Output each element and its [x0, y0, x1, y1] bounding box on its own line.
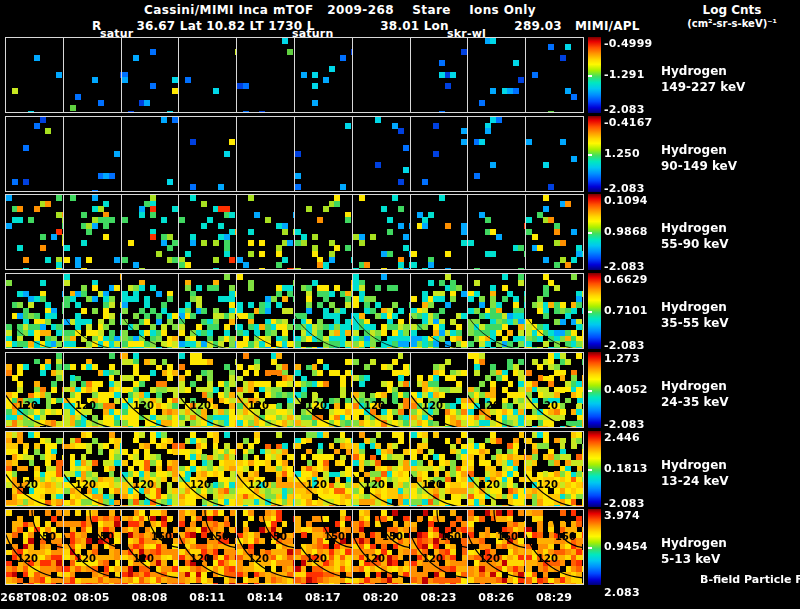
spectrogram-panel — [410, 116, 469, 192]
panel-pixels — [6, 432, 63, 506]
spectrogram-panel — [410, 194, 469, 270]
colorbar-max-label: 0.6629 — [604, 273, 648, 286]
colorbar-min-label: -2.083 — [604, 418, 645, 431]
spectrogram-panel — [525, 194, 584, 270]
colorbar-min-label: -2.083 — [604, 260, 645, 273]
energy-band-label: 55-90 keV — [661, 236, 729, 252]
time-tick-label: 08:23 — [420, 591, 456, 604]
panel-pixels — [295, 195, 352, 269]
panel-pixels — [295, 353, 352, 427]
spectrogram-panel — [352, 509, 411, 585]
spectrogram-panel — [178, 116, 237, 192]
panel-pixels — [295, 274, 352, 348]
spectrogram-panel — [121, 509, 180, 585]
panel-pixels — [179, 510, 236, 584]
panel-pixels — [64, 353, 121, 427]
spectrogram-panel — [121, 273, 180, 349]
panel-pixels — [179, 38, 236, 112]
spectrogram-panel — [294, 509, 353, 585]
colorbar-mid-tick — [588, 154, 592, 156]
colorbar — [588, 509, 601, 585]
bfield-particle-flow-note: B-field Particle Flow — [700, 573, 800, 586]
spectrogram-panel — [121, 194, 180, 270]
panel-pixels — [526, 510, 583, 584]
spectrogram-panel — [294, 116, 353, 192]
energy-band-label: 149-227 keV — [661, 79, 745, 95]
spectrogram-panel — [352, 352, 411, 428]
spectrogram-panel — [410, 431, 469, 507]
panel-pixels — [237, 117, 294, 191]
time-tick-label: 08:11 — [189, 591, 225, 604]
spectrogram-panel — [178, 194, 237, 270]
spectrogram-panel — [236, 116, 295, 192]
panel-pixels — [526, 117, 583, 191]
spectrogram-panel — [236, 194, 295, 270]
spectrogram-panel — [525, 509, 584, 585]
spectrogram-panel — [467, 273, 526, 349]
colorbar-max-label: 0.1094 — [604, 194, 648, 207]
spectrogram-panel — [467, 116, 526, 192]
panel-pixels — [6, 195, 63, 269]
spectrogram-panel — [5, 194, 64, 270]
spectrogram-panel — [5, 509, 64, 585]
panel-pixels — [411, 510, 468, 584]
colorbar-max-label: -0.4167 — [604, 116, 652, 129]
spectrogram-panel — [63, 431, 122, 507]
panel-pixels — [295, 38, 352, 112]
spectrogram-panel — [5, 431, 64, 507]
legend-title: Log Cnts — [668, 3, 796, 17]
panel-pixels — [237, 510, 294, 584]
colorbar — [588, 352, 601, 428]
spectrogram-panel — [525, 37, 584, 113]
spectrogram-panel — [236, 352, 295, 428]
colorbar-max-label: 1.273 — [604, 352, 640, 365]
panel-pixels — [122, 432, 179, 506]
colorbar-mid-label: 0.9868 — [604, 225, 648, 238]
energy-band-label: 24-35 keV — [661, 394, 729, 410]
colorbar-max-label: 2.446 — [604, 431, 640, 444]
panel-pixels — [237, 274, 294, 348]
panel-pixels — [237, 353, 294, 427]
panel-pixels — [468, 38, 525, 112]
legend-units: (cm²-sr-s-keV)⁻¹ — [668, 18, 796, 29]
spectrogram-panel — [121, 116, 180, 192]
colorbar-min-label: -2.083 — [604, 497, 645, 510]
panel-pixels — [295, 510, 352, 584]
row-energy-label: Hydrogen90-149 keV — [661, 142, 737, 174]
spectrogram-panel — [63, 116, 122, 192]
panel-pixels — [64, 38, 121, 112]
panel-pixels — [64, 274, 121, 348]
panel-pixels — [411, 38, 468, 112]
panel-pixels — [468, 353, 525, 427]
colorbar-mid-tick — [588, 75, 592, 77]
panel-pixels — [468, 117, 525, 191]
time-tick-label: 08:05 — [74, 591, 110, 604]
panel-pixels — [411, 353, 468, 427]
time-tick-label: 08:17 — [305, 591, 341, 604]
cassini-mimi-inca-plot: Cassini/MIMI Inca mTOF 2009-268 Stare Io… — [0, 0, 800, 609]
colorbar-mid-tick — [588, 469, 592, 471]
spectrogram-panel — [63, 194, 122, 270]
spectrogram-panel — [410, 509, 469, 585]
panel-pixels — [122, 274, 179, 348]
spectrogram-panel — [467, 37, 526, 113]
panel-pixels — [526, 38, 583, 112]
colorbar-mid-tick — [588, 390, 592, 392]
spectrogram-panel — [525, 352, 584, 428]
panel-pixels — [179, 274, 236, 348]
energy-band-label: 13-24 keV — [661, 473, 729, 489]
species-label: Hydrogen — [661, 63, 745, 79]
spectrogram-panel — [410, 37, 469, 113]
species-label: Hydrogen — [661, 535, 727, 551]
panel-pixels — [6, 510, 63, 584]
panel-pixels — [6, 38, 63, 112]
colorbar-max-label: 3.974 — [604, 509, 640, 522]
panel-pixels — [179, 353, 236, 427]
spectrogram-panel — [236, 431, 295, 507]
panel-pixels — [353, 117, 410, 191]
time-tick-label: 08:08 — [131, 591, 167, 604]
spectrogram-panel — [121, 37, 180, 113]
colorbar-mid-label: 0.4052 — [604, 383, 648, 396]
spectrogram-panel — [352, 37, 411, 113]
panel-pixels — [353, 274, 410, 348]
